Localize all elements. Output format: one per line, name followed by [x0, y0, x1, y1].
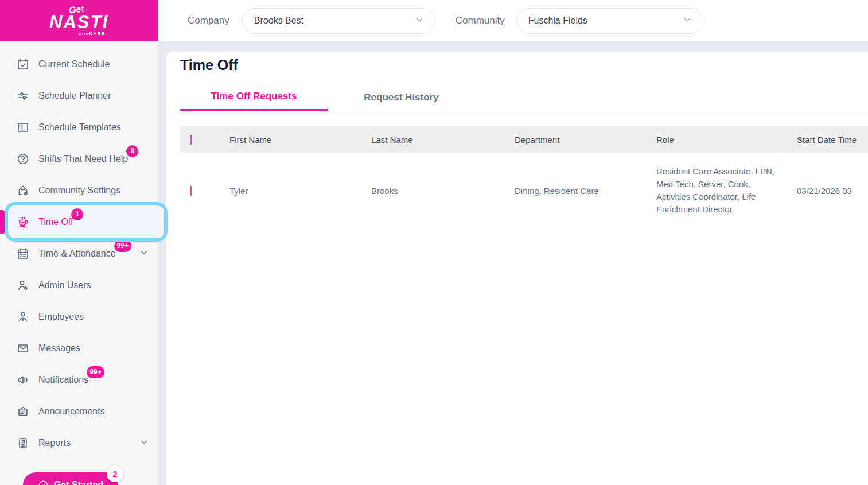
cell-first-name: Tyler — [229, 186, 371, 196]
house-gear-icon — [16, 184, 30, 197]
shifts-help-badge: 8 — [126, 145, 138, 157]
brand-logo: Get NASTI withKARE — [0, 0, 158, 41]
sidebar-item-community-settings[interactable]: Community Settings — [0, 174, 158, 206]
time-attendance-badge: 99+ — [114, 240, 131, 252]
get-started-badge: 2 — [107, 465, 123, 482]
check-circle-icon — [38, 480, 49, 485]
sidebar-item-schedule-templates[interactable]: Schedule Templates — [0, 111, 158, 143]
notifications-badge: 99+ — [87, 366, 104, 378]
sidebar-item-current-schedule[interactable]: Current Schedule — [0, 48, 158, 80]
chevron-down-icon — [682, 14, 692, 27]
sidebar-item-time-and-attendance[interactable]: Time & Attendance99+ — [0, 238, 158, 269]
cell-start-date-time: 03/21/2026 03 — [797, 186, 868, 196]
user-plus-icon — [16, 310, 30, 324]
sidebar-item-shifts-that-need-help[interactable]: Shifts That Need Help8 — [0, 143, 158, 174]
column-header-start-date-time: Start Date Time — [797, 135, 868, 145]
select-all-checkbox[interactable] — [190, 135, 192, 145]
speaker-icon — [16, 373, 30, 387]
sidebar-item-reports[interactable]: Reports — [0, 427, 158, 459]
report-icon — [16, 436, 30, 450]
logo-text-sub: withKARE — [79, 32, 106, 36]
chevron-down-icon[interactable] — [139, 437, 149, 449]
tab-request-history[interactable]: Request History — [328, 84, 475, 111]
community-select-value: Fuschia Fields — [528, 15, 587, 26]
cell-role: Resident Care Associate, LPN, Med Tech, … — [656, 165, 797, 216]
row-checkbox[interactable] — [190, 186, 192, 196]
column-header-last-name: Last Name — [371, 135, 515, 145]
sidebar-item-admin-users[interactable]: Admin Users — [0, 269, 158, 301]
envelope-icon — [16, 342, 30, 355]
content-background: Time Off Time Off Requests Request Histo… — [158, 41, 868, 485]
column-header-role: Role — [656, 135, 797, 145]
tab-time-off-requests[interactable]: Time Off Requests — [180, 84, 328, 111]
active-item-indicator — [0, 210, 5, 234]
community-label: Community — [456, 15, 505, 26]
sidebar-item-schedule-planner[interactable]: Schedule Planner — [0, 80, 158, 111]
company-select[interactable]: Brooks Best — [242, 8, 435, 34]
announcement-icon — [16, 405, 30, 418]
app-root: Get NASTI withKARE Current Schedule Sche… — [0, 0, 868, 485]
sidebar-item-time-off[interactable]: Time Off1 — [0, 206, 158, 238]
time-off-badge: 1 — [71, 208, 83, 220]
sliders-icon — [16, 89, 30, 103]
calendar-check-icon — [16, 57, 30, 71]
cell-last-name: Brooks — [371, 186, 515, 196]
user-gear-icon — [16, 278, 30, 292]
tab-bar: Time Off Requests Request History — [180, 84, 868, 111]
logo-text-top: Get — [68, 4, 84, 15]
column-header-first-name: First Name — [229, 135, 371, 145]
chevron-down-icon[interactable] — [139, 248, 149, 259]
table-header-row: First Name Last Name Department Role Sta… — [180, 126, 868, 153]
cell-department: Dining, Resident Care — [515, 186, 656, 196]
community-select[interactable]: Fuschia Fields — [516, 8, 703, 34]
coffee-cup-icon — [16, 215, 30, 229]
topbar: Company Brooks Best Community Fuschia Fi… — [158, 0, 868, 41]
company-select-value: Brooks Best — [254, 15, 303, 26]
column-header-department: Department — [515, 135, 656, 145]
table-row[interactable]: Tyler Brooks Dining, Resident Care Resid… — [180, 153, 868, 228]
content-card: Time Off Time Off Requests Request Histo… — [166, 52, 868, 485]
layout-icon — [16, 121, 30, 134]
get-started-button[interactable]: Get Started 2 — [23, 472, 118, 485]
chevron-down-icon — [414, 14, 425, 27]
company-label: Company — [188, 15, 229, 26]
sidebar-item-messages[interactable]: Messages — [0, 332, 158, 364]
page-title: Time Off — [180, 56, 868, 74]
time-off-table: First Name Last Name Department Role Sta… — [180, 126, 868, 228]
main-area: Company Brooks Best Community Fuschia Fi… — [158, 0, 868, 485]
sidebar-item-announcements[interactable]: Announcements — [0, 395, 158, 427]
sidebar-item-employees[interactable]: Employees — [0, 301, 158, 332]
calendar-lines-icon — [16, 247, 30, 261]
sidebar: Get NASTI withKARE Current Schedule Sche… — [0, 0, 158, 485]
sidebar-item-notifications[interactable]: Notifications99+ — [0, 364, 158, 395]
logo-text-main: NASTI — [49, 13, 108, 31]
sidebar-nav: Current Schedule Schedule Planner Schedu… — [0, 41, 158, 459]
help-circle-icon — [16, 152, 30, 166]
